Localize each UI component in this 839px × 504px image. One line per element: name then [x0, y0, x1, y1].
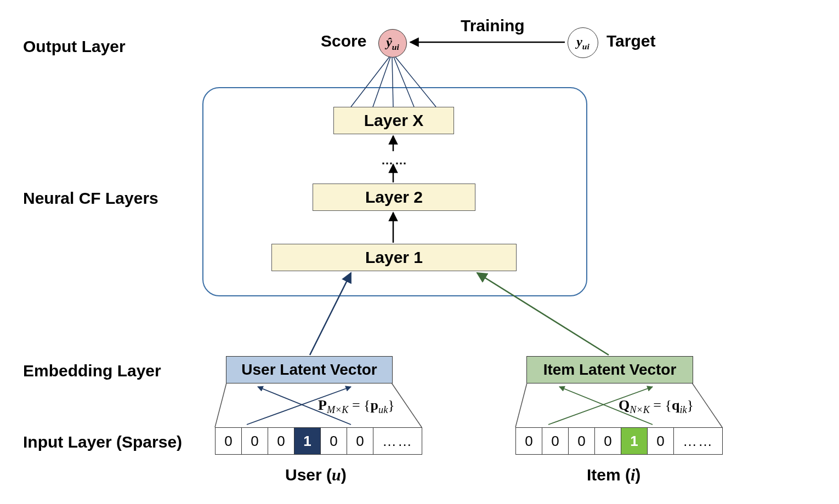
user-caption: User (u) [285, 466, 347, 484]
trap-item-right [692, 383, 722, 427]
item-onehot-cell-3: 0 [595, 428, 621, 454]
arrow-userlatent-to-layer1 [310, 273, 351, 355]
target-symbol: yui [576, 35, 589, 51]
fan-line-4 [394, 57, 414, 107]
trap-user-right [392, 383, 422, 427]
user-onehot-row: 000100…… [215, 427, 422, 455]
user-onehot-cell-0: 0 [216, 428, 242, 454]
user-onehot-cell-3: 1 [294, 428, 321, 454]
user-onehot-cell-2: 0 [268, 428, 294, 454]
trap-item-left [515, 383, 527, 427]
label-embedding-layer: Embedding Layer [23, 362, 161, 380]
trap-user-left [215, 383, 226, 427]
user-onehot-cell-4: 0 [321, 428, 347, 454]
training-label: Training [461, 16, 525, 35]
neural-layer-2: Layer 2 [313, 184, 475, 211]
user-latent-vector-box: User Latent Vector [226, 356, 393, 383]
neural-layer-x: Layer X [333, 107, 454, 134]
formula-Q: QN×K = {qik} [619, 397, 694, 416]
target-node: yui [568, 27, 598, 58]
user-onehot-cell-1: 0 [242, 428, 268, 454]
item-onehot-cell-0: 0 [516, 428, 542, 454]
label-output-layer: Output Layer [23, 37, 126, 56]
item-latent-vector-box: Item Latent Vector [526, 356, 693, 383]
target-label: Target [606, 32, 655, 50]
label-input-layer: Input Layer (Sparse) [23, 433, 182, 451]
diagram-canvas: Output Layer Neural CF Layers Embedding … [0, 0, 839, 504]
score-symbol: ŷui [386, 35, 399, 52]
item-onehot-cell-4: 1 [621, 428, 648, 454]
user-onehot-cell-5: 0 [347, 428, 373, 454]
item-onehot-cell-1: 0 [542, 428, 569, 454]
label-neural-cf-layers: Neural CF Layers [23, 189, 158, 208]
item-caption: Item (i) [587, 466, 640, 484]
fan-line-2 [373, 57, 390, 107]
fan-line-1 [351, 57, 389, 107]
item-onehot-cell-6: …… [674, 428, 722, 454]
formula-P: PM×K = {puk} [318, 397, 395, 416]
neural-layers-ellipsis: …… [381, 153, 409, 168]
fan-line-3 [392, 57, 393, 107]
item-onehot-cell-2: 0 [569, 428, 595, 454]
arrow-itemlatent-to-layer1 [477, 273, 609, 355]
fan-line-5 [395, 57, 436, 107]
neural-layer-1: Layer 1 [271, 244, 517, 271]
item-onehot-row: 000010…… [515, 427, 723, 455]
score-label: Score [321, 32, 366, 50]
item-onehot-cell-5: 0 [648, 428, 674, 454]
user-onehot-cell-6: …… [373, 428, 422, 454]
score-node: ŷui [378, 29, 407, 58]
